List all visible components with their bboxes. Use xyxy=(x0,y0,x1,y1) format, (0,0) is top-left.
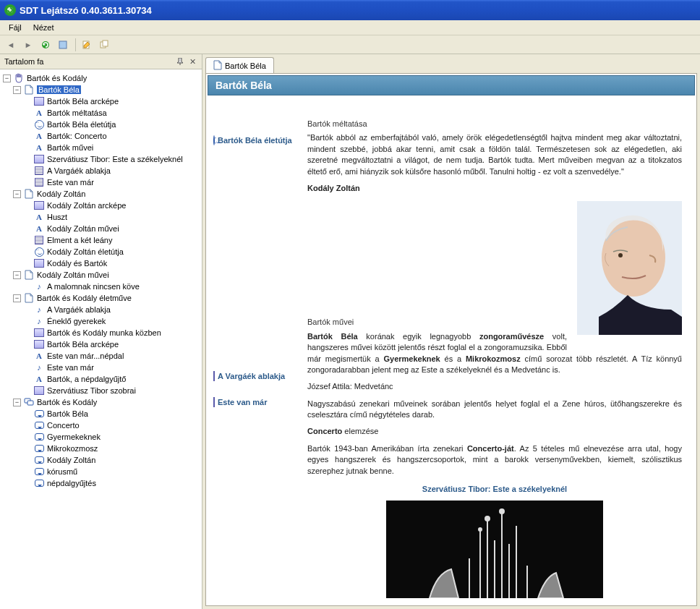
smile-icon xyxy=(33,247,45,257)
tree-item[interactable]: AEste van már...népdal xyxy=(23,350,202,362)
tree-item[interactable]: Kodály Zoltán arcképe xyxy=(23,200,202,211)
tree-item[interactable]: ♪Éneklő gyerekek xyxy=(23,315,202,327)
text-a-icon: A xyxy=(33,223,45,234)
article-body: Bartók méltatása "Bartók abból az emberf… xyxy=(307,119,689,598)
text-a-icon: A xyxy=(33,131,45,141)
tree-item[interactable]: ABartók: Concerto xyxy=(23,130,202,142)
tree-item[interactable]: Szervátiusz Tibor: Este a székelyeknél xyxy=(23,153,202,165)
close-icon[interactable]: ✕ xyxy=(187,56,197,67)
text-a-icon: A xyxy=(33,108,45,118)
menubar: Fájl Nézet xyxy=(0,20,700,35)
tree-item[interactable]: Bartók Béla arcképe xyxy=(23,338,202,350)
textfile-icon xyxy=(33,235,45,245)
tree-item[interactable]: ♪Este van már xyxy=(23,362,202,373)
sidelink-eletutja[interactable]: Bartók Béla életútja xyxy=(213,136,303,145)
bartok-portrait xyxy=(577,201,682,335)
copy-button[interactable] xyxy=(96,37,112,53)
tree-item[interactable]: Bartók Béla életútja xyxy=(23,119,202,130)
tree-item[interactable]: Bartók Béla xyxy=(23,408,202,420)
tree-label: Bartók és Kodály életműve xyxy=(37,294,132,302)
svg-point-21 xyxy=(500,509,504,514)
text-a-icon: A xyxy=(33,374,45,384)
tree-item[interactable]: Kodály és Bartók xyxy=(23,257,202,269)
tree-item[interactable]: ♪A malomnak nincsen köve xyxy=(23,281,202,292)
tree-label: Kodály Zoltán művei xyxy=(37,271,109,279)
bubble-icon xyxy=(33,409,45,419)
tree-item[interactable]: Concerto xyxy=(23,420,202,431)
tree-branch-kodaly-muvei[interactable]: − Kodály Zoltán művei xyxy=(13,269,202,281)
svg-rect-7 xyxy=(27,401,33,405)
tree-item[interactable]: népdalgyűjtés xyxy=(23,477,202,489)
expander-icon[interactable]: − xyxy=(13,294,21,302)
toolbar-separator xyxy=(75,38,76,51)
tree-item[interactable]: AKodály Zoltán művei xyxy=(23,223,202,234)
tree-item[interactable]: Mikrokozmosz xyxy=(23,443,202,454)
tree-item[interactable]: ABartók méltatása xyxy=(23,107,202,119)
expander-icon[interactable]: − xyxy=(13,399,21,406)
bubble-icon xyxy=(33,478,45,488)
sidelink-vargak[interactable]: A Vargáék ablakja xyxy=(213,372,303,380)
menu-view[interactable]: Nézet xyxy=(27,22,60,33)
artwork-title: Szervátiusz Tibor: Este a székelyeknél xyxy=(307,484,682,495)
tabs: Bartók Béla xyxy=(205,57,697,73)
tree-branch-glossary[interactable]: − Bartók és Kodály xyxy=(13,396,202,408)
tree-branch-eletmuve[interactable]: − Bartók és Kodály életműve xyxy=(13,292,202,304)
back-button[interactable]: ◄ xyxy=(3,37,19,53)
music-note-icon: ♪ xyxy=(33,316,45,326)
tree-item[interactable]: Kodály Zoltán xyxy=(23,454,202,466)
content-banner: Bartók Béla xyxy=(208,75,695,95)
tree-view[interactable]: − Bartók és Kodály − Bartók Béla xyxy=(0,69,202,609)
tree-item[interactable]: Szervátiusz Tibor szobrai xyxy=(23,385,202,396)
paragraph: Bartók 1943-ban Amerikában írta zenekari… xyxy=(307,443,682,477)
tree-item[interactable]: AHuszt xyxy=(23,211,202,223)
image-icon xyxy=(33,258,45,268)
pin-icon[interactable] xyxy=(175,56,185,67)
tree-label: Bartók és Kodály xyxy=(37,398,97,406)
tab-bartok-bela[interactable]: Bartók Béla xyxy=(205,57,274,73)
expander-icon[interactable]: − xyxy=(13,271,21,279)
edit-button[interactable] xyxy=(79,37,95,53)
bubble-icon xyxy=(33,443,45,453)
content-body[interactable]: Bartók Béla Bartók Béla életútja A Vargá… xyxy=(205,73,697,606)
image-icon xyxy=(33,386,45,396)
image-icon xyxy=(33,96,45,106)
menu-file[interactable]: Fájl xyxy=(3,22,27,33)
tree-item[interactable]: ABartók, a népdalgyűjtő xyxy=(23,373,202,385)
sidelink-este[interactable]: Este van már xyxy=(213,398,303,406)
forward-button[interactable]: ► xyxy=(20,37,36,53)
text-a-icon: A xyxy=(33,351,45,361)
smile-icon xyxy=(33,119,45,129)
app-icon xyxy=(4,4,16,16)
tree-item[interactable]: Este van már xyxy=(23,176,202,188)
document-icon xyxy=(213,60,222,72)
tree-label: Bartók Béla xyxy=(37,85,81,94)
bubble-icon xyxy=(33,432,45,442)
tree-item[interactable]: Bartók és Kodály munka közben xyxy=(23,327,202,338)
document-icon xyxy=(23,85,35,95)
tree-item[interactable]: ♪A Vargáék ablakja xyxy=(23,304,202,315)
expander-icon[interactable]: − xyxy=(13,190,21,198)
tree-item[interactable]: ABartók művei xyxy=(23,142,202,153)
refresh-button[interactable] xyxy=(38,37,54,53)
tree-item[interactable]: Kodály Zoltán életútja xyxy=(23,246,202,257)
section-label: Bartók méltatása xyxy=(307,119,682,129)
tree-branch-bartok-bela[interactable]: − Bartók Béla xyxy=(13,84,202,95)
textfile-icon xyxy=(213,372,215,380)
tree-item[interactable]: Gyermekeknek xyxy=(23,431,202,443)
smile-icon xyxy=(213,136,215,145)
tree-root[interactable]: − Bartók és Kodály xyxy=(3,72,202,84)
tree-item[interactable]: A Vargáék ablakja xyxy=(23,165,202,176)
tree-item[interactable]: kórusmű xyxy=(23,466,202,477)
page-button[interactable] xyxy=(55,37,71,53)
tree-branch-kodaly-zoltan[interactable]: − Kodály Zoltán xyxy=(13,188,202,200)
tree-item[interactable]: Elment a két leány xyxy=(23,234,202,246)
content-area: Bartók Béla Bartók Béla Bartók Béla élet… xyxy=(202,54,700,609)
paragraph: Nagyszabású zenekari műveinek sorában je… xyxy=(307,399,682,421)
hand-icon xyxy=(13,73,25,83)
expander-icon[interactable]: − xyxy=(13,86,21,94)
sidebar-title: Tartalom fa xyxy=(4,57,43,66)
svg-point-22 xyxy=(479,528,482,531)
expander-icon[interactable]: − xyxy=(3,74,11,82)
tree-item[interactable]: Bartók Béla arcképe xyxy=(23,95,202,107)
content-side-links: Bartók Béla életútja A Vargáék ablakja E… xyxy=(213,119,307,598)
